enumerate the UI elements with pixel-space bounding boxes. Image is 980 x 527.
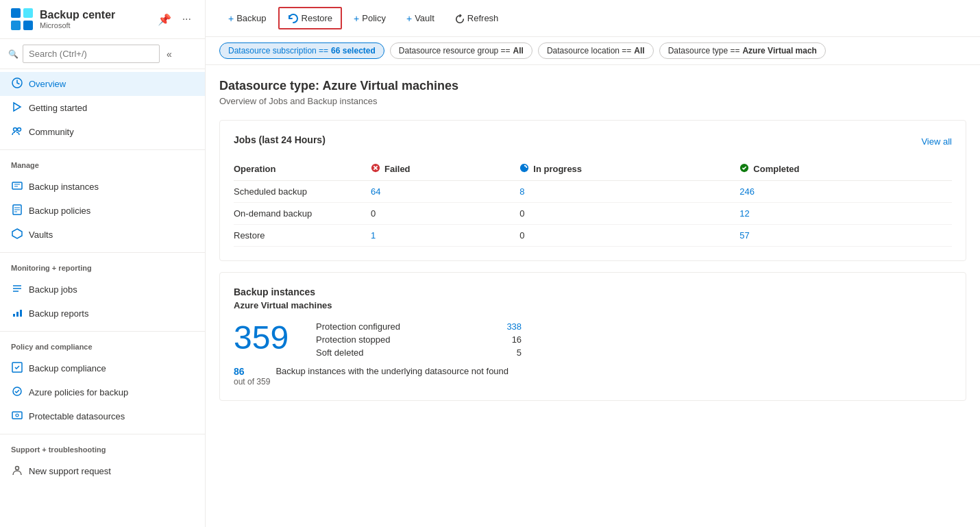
job-completed-cell[interactable]: 57 <box>739 225 952 247</box>
svg-rect-3 <box>23 21 33 30</box>
sidebar-item-getting-started-label: Getting started <box>29 103 87 113</box>
getting-started-icon <box>11 101 23 114</box>
filter-location-label: Datasource location == <box>547 46 631 56</box>
failed-icon <box>371 163 380 175</box>
nav-section-manage: Backup instances Backup policies Vaults <box>0 172 205 249</box>
sidebar-item-support-label: New support request <box>29 466 111 476</box>
filter-type-label: Datasource type == <box>668 46 740 56</box>
pin-button[interactable]: 📌 <box>155 12 174 27</box>
backup-button[interactable]: + Backup <box>219 8 275 29</box>
sidebar-item-backup-policies[interactable]: Backup policies <box>0 199 205 223</box>
collapse-sidebar-button[interactable]: « <box>164 46 175 62</box>
toolbar: + Backup Restore + Policy + Vault <box>206 0 980 37</box>
filter-subscription[interactable]: Datasource subscription == 66 selected <box>219 42 384 59</box>
nav-section-support: New support request <box>0 456 205 486</box>
more-button[interactable]: ··· <box>180 12 194 27</box>
instances-total-count[interactable]: 359 <box>234 321 289 354</box>
policy-button[interactable]: + Policy <box>345 8 395 29</box>
search-input[interactable] <box>23 45 160 63</box>
sidebar-item-backup-instances-label: Backup instances <box>29 182 99 192</box>
svg-rect-8 <box>12 182 22 189</box>
job-completed-cell[interactable]: 12 <box>739 203 952 225</box>
sidebar-item-new-support-request[interactable]: New support request <box>0 459 205 483</box>
svg-rect-19 <box>16 312 19 317</box>
detail-value[interactable]: 338 <box>506 321 522 332</box>
refresh-icon <box>455 13 465 24</box>
restore-button-label: Restore <box>302 13 333 23</box>
instances-detail-row: Soft deleted 5 <box>316 347 522 358</box>
page-title: Datasource type: Azure Virtual machines <box>219 79 966 93</box>
refresh-button[interactable]: Refresh <box>446 8 508 29</box>
filter-type[interactable]: Datasource type == Azure Virtual mach <box>659 42 826 59</box>
svg-rect-1 <box>23 8 33 18</box>
in-progress-icon <box>519 163 529 175</box>
table-row: Scheduled backup 64 8 246 <box>234 181 952 203</box>
sidebar-item-backup-instances[interactable]: Backup instances <box>0 175 205 199</box>
sidebar-item-vaults[interactable]: Vaults <box>0 223 205 247</box>
app-title: Backup center <box>40 9 155 21</box>
nav-section-main: Overview Getting started Community <box>0 69 205 147</box>
footer-desc: Backup instances with the underlying dat… <box>275 366 509 376</box>
svg-rect-23 <box>12 412 22 419</box>
svg-rect-20 <box>20 310 22 317</box>
svg-rect-18 <box>13 314 15 317</box>
sidebar-item-getting-started[interactable]: Getting started <box>0 96 205 120</box>
footer-count[interactable]: 86 <box>234 366 270 377</box>
backup-compliance-icon <box>11 362 23 375</box>
view-all-link[interactable]: View all <box>921 136 952 147</box>
community-icon <box>11 125 23 138</box>
sidebar-item-azure-policies-label: Azure policies for backup <box>29 387 128 397</box>
svg-point-25 <box>16 467 19 470</box>
content-area: Datasource type: Azure Virtual machines … <box>206 65 980 527</box>
restore-icon <box>288 12 299 24</box>
sidebar-item-overview[interactable]: Overview <box>0 72 205 96</box>
col-completed-label: Completed <box>753 164 799 174</box>
section-label-policy: Policy and compliance <box>0 334 205 354</box>
section-label-monitoring: Monitoring + reporting <box>0 256 205 275</box>
sidebar-item-backup-compliance[interactable]: Backup compliance <box>0 356 205 380</box>
overview-icon <box>11 77 23 90</box>
job-completed-cell[interactable]: 246 <box>739 181 952 203</box>
filter-location[interactable]: Datasource location == All <box>538 42 654 59</box>
job-in-progress-cell: 0 <box>519 225 739 247</box>
job-failed-cell[interactable]: 64 <box>371 181 519 203</box>
col-failed: Failed <box>371 159 519 181</box>
sidebar-item-protectable-datasources[interactable]: Protectable datasources <box>0 404 205 428</box>
sidebar-item-community[interactable]: Community <box>0 120 205 144</box>
sidebar-item-backup-reports[interactable]: Backup reports <box>0 302 205 326</box>
sidebar-item-backup-compliance-label: Backup compliance <box>29 363 106 373</box>
vaults-icon <box>11 228 23 241</box>
job-operation-cell: On-demand backup <box>234 203 371 225</box>
nav-section-monitoring: Backup jobs Backup reports <box>0 275 205 328</box>
instances-detail-row: Protection stopped 16 <box>316 334 522 345</box>
nav-section-policy: Backup compliance Azure policies for bac… <box>0 354 205 431</box>
instances-footer: 86 out of 359 Backup instances with the … <box>234 366 952 387</box>
sidebar-item-azure-policies[interactable]: Azure policies for backup <box>0 380 205 404</box>
detail-value: 16 <box>512 334 522 345</box>
job-operation-cell: Restore <box>234 225 371 247</box>
app-logo <box>11 8 33 30</box>
sidebar-item-overview-label: Overview <box>29 79 66 89</box>
svg-point-24 <box>16 414 19 417</box>
instances-detail-row: Protection configured 338 <box>316 321 522 332</box>
job-in-progress-cell[interactable]: 8 <box>519 181 739 203</box>
col-operation: Operation <box>234 159 371 181</box>
table-row: Restore 1 0 57 <box>234 225 952 247</box>
job-in-progress-cell: 0 <box>519 203 739 225</box>
backup-policies-icon <box>11 204 23 217</box>
vault-button[interactable]: + Vault <box>397 8 443 29</box>
job-failed-cell[interactable]: 1 <box>371 225 519 247</box>
filter-subscription-label: Datasource subscription == <box>228 46 328 56</box>
restore-button[interactable]: Restore <box>278 7 343 29</box>
footer-sub: out of 359 <box>234 377 270 387</box>
detail-value: 5 <box>517 347 522 358</box>
sidebar-item-backup-jobs[interactable]: Backup jobs <box>0 278 205 302</box>
backup-instances-card: Backup instances Azure Virtual machines … <box>219 272 966 401</box>
app-title-block: Backup center Microsoft <box>40 9 155 29</box>
svg-point-6 <box>14 128 17 132</box>
filter-resource-group[interactable]: Datasource resource group == All <box>390 42 532 59</box>
filter-resource-group-label: Datasource resource group == <box>399 46 511 56</box>
sidebar-item-backup-jobs-label: Backup jobs <box>29 284 77 295</box>
sidebar-item-vaults-label: Vaults <box>29 230 53 240</box>
sidebar-item-backup-reports-label: Backup reports <box>29 308 88 319</box>
